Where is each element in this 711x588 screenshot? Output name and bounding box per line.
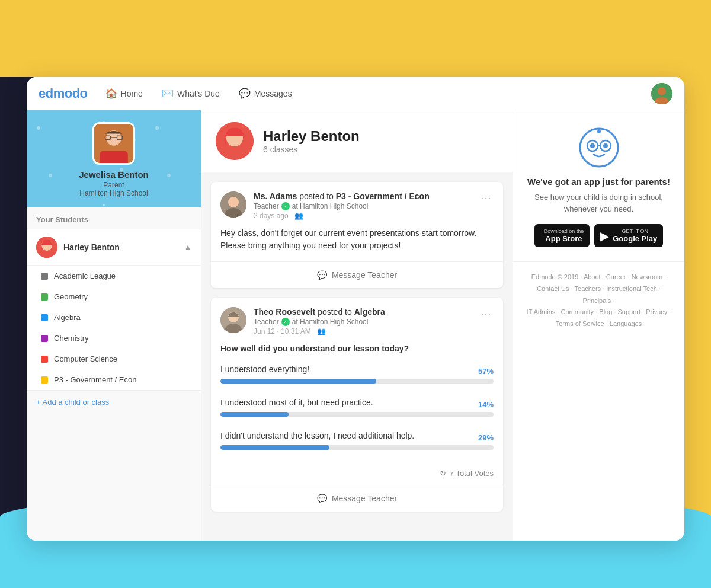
class-name: P3 - Government / Econ	[54, 375, 136, 384]
parent-avatar	[92, 122, 135, 165]
footer-copyright: Edmodo © 2019	[531, 273, 579, 280]
class-name: Geometry	[54, 292, 88, 301]
nav-messages[interactable]: 💬 Messages	[235, 85, 296, 101]
message-icon-2: 💬	[317, 494, 327, 503]
footer-it-admins[interactable]: IT Admins	[527, 308, 556, 315]
verified-badge: ✓	[281, 202, 290, 210]
post-author-2: Theo Roosevelt	[254, 307, 315, 317]
poll-pct-3: 29%	[472, 433, 494, 442]
google-play-button[interactable]: ▶ GET IT ON Google Play	[594, 224, 663, 247]
footer-community[interactable]: Community	[561, 308, 594, 315]
class-item-government[interactable]: P3 - Government / Econ	[27, 369, 201, 390]
message-teacher-button-1[interactable]: 💬 Message Teacher	[211, 261, 503, 288]
svg-rect-5	[100, 151, 128, 163]
post-author-avatar	[220, 191, 246, 218]
app-window: edmodo 🏠 Home ✉️ What's Due 💬 Messages	[27, 77, 684, 541]
poll-label-3: I didn't understand the lesson, I need a…	[220, 431, 414, 440]
parent-name: Jewelisa Benton	[79, 170, 149, 180]
feed-posts: Ms. Adams posted to P3 - Government / Ec…	[201, 172, 513, 531]
app-promo: We've got an app just for parents! See h…	[513, 110, 684, 261]
post-subtitle: Teacher ✓ at Hamilton High School	[254, 202, 471, 210]
nav-whats-due[interactable]: ✉️ What's Due	[158, 85, 223, 101]
poll-bar-fill-3	[220, 445, 329, 450]
svg-point-1	[658, 87, 666, 95]
promo-title: We've got an app just for parents!	[525, 177, 672, 187]
post-author-avatar-2	[220, 307, 246, 333]
post-header: Ms. Adams posted to P3 - Government / Ec…	[211, 182, 503, 227]
app-logo: edmodo	[39, 86, 88, 101]
class-name: Algebra	[54, 313, 81, 322]
app-store-button[interactable]: Download on the App Store	[534, 224, 590, 247]
promo-icon	[578, 127, 620, 168]
post-teacher-label-2: Teacher	[254, 318, 279, 326]
post-destination-2: Algebra	[354, 307, 385, 317]
user-avatar[interactable]	[651, 83, 672, 104]
post-meta: Ms. Adams posted to P3 - Government / Ec…	[254, 191, 471, 220]
poll-bar-bg-2	[220, 412, 494, 417]
post-header-poll: Theo Roosevelt posted to Algebra Teacher…	[211, 298, 503, 343]
footer-instructional[interactable]: Instructional Tech	[606, 285, 656, 292]
post-time-2: Jun 12 · 10:31 AM 👥	[254, 327, 471, 335]
svg-point-22	[590, 143, 595, 148]
class-item-geometry[interactable]: Geometry	[27, 286, 201, 307]
svg-point-19	[580, 129, 618, 167]
class-item-academic-league[interactable]: Academic League	[27, 266, 201, 286]
post-menu-button-2[interactable]: ⋯	[478, 307, 494, 320]
sidebar-profile: Jewelisa Benton Parent Hamilton High Sch…	[27, 110, 201, 207]
parent-school: Hamilton High School	[79, 189, 148, 197]
class-list: Academic League Geometry Algebra Chemist…	[27, 266, 201, 390]
student-item[interactable]: Harley Benton ▲	[27, 229, 201, 266]
footer-blog[interactable]: Blog	[599, 308, 612, 315]
footer-principals[interactable]: Principals	[583, 297, 611, 304]
post-school: at Hamilton High School	[292, 202, 369, 210]
footer-terms[interactable]: Terms of Service	[556, 320, 604, 327]
poll-total: ↻ 7 Total Votes	[211, 464, 503, 485]
add-child-label: + Add a child or class	[36, 398, 109, 407]
message-teacher-label: Message Teacher	[332, 270, 397, 280]
bg-blob-top	[0, 0, 711, 77]
poll-bar-bg-1	[220, 379, 494, 384]
verified-badge-2: ✓	[281, 318, 290, 326]
message-teacher-button-2[interactable]: 💬 Message Teacher	[211, 485, 503, 512]
top-nav: edmodo 🏠 Home ✉️ What's Due 💬 Messages	[27, 77, 684, 110]
feed-area: Harley Benton 6 classes	[201, 110, 513, 541]
post-title-poll: Theo Roosevelt posted to Algebra	[254, 307, 471, 317]
footer-teachers[interactable]: Teachers	[575, 285, 601, 292]
student-avatar	[36, 237, 57, 258]
post-subtitle-2: Teacher ✓ at Hamilton High School	[254, 318, 471, 326]
add-child-button[interactable]: + Add a child or class	[27, 390, 201, 414]
post-time: 2 days ago 👥	[254, 212, 471, 220]
footer-newsroom[interactable]: Newsroom	[632, 273, 663, 280]
class-name: Computer Science	[54, 354, 117, 363]
post-school-2: at Hamilton High School	[292, 318, 369, 326]
post-author: Ms. Adams	[254, 191, 297, 201]
feed-profile-header: Harley Benton 6 classes	[201, 110, 513, 172]
footer-privacy[interactable]: Privacy	[646, 308, 667, 315]
post-menu-button[interactable]: ⋯	[478, 191, 494, 204]
content-area: Jewelisa Benton Parent Hamilton High Sch…	[27, 110, 684, 541]
class-item-chemistry[interactable]: Chemistry	[27, 328, 201, 349]
refresh-icon: ↻	[440, 469, 446, 478]
nav-home[interactable]: 🏠 Home	[102, 85, 146, 101]
student-name: Harley Benton	[63, 242, 178, 252]
right-panel: We've got an app just for parents! See h…	[513, 110, 684, 541]
footer-languages[interactable]: Languages	[610, 320, 642, 327]
nav-messages-label: Messages	[254, 89, 292, 98]
footer-career[interactable]: Career	[606, 273, 626, 280]
class-item-computer-science[interactable]: Computer Science	[27, 349, 201, 369]
message-icon: 💬	[239, 88, 251, 99]
poll-pct-1: 57%	[472, 367, 494, 376]
svg-point-23	[603, 143, 608, 148]
feed-student-classes: 6 classes	[263, 145, 360, 154]
poll-option-2: I understood most of it, but need practi…	[211, 398, 503, 431]
feed-student-name: Harley Benton	[263, 128, 360, 145]
nav-home-label: Home	[121, 89, 143, 98]
footer-support[interactable]: Support	[618, 308, 641, 315]
class-name: Chemistry	[54, 334, 89, 343]
parent-role: Parent	[103, 181, 124, 189]
post-body: Hey class, don't forget our current even…	[211, 227, 503, 261]
footer-about[interactable]: About	[584, 273, 601, 280]
footer-contact[interactable]: Contact Us	[537, 285, 569, 292]
class-item-algebra[interactable]: Algebra	[27, 307, 201, 328]
sidebar: Jewelisa Benton Parent Hamilton High Sch…	[27, 110, 201, 541]
